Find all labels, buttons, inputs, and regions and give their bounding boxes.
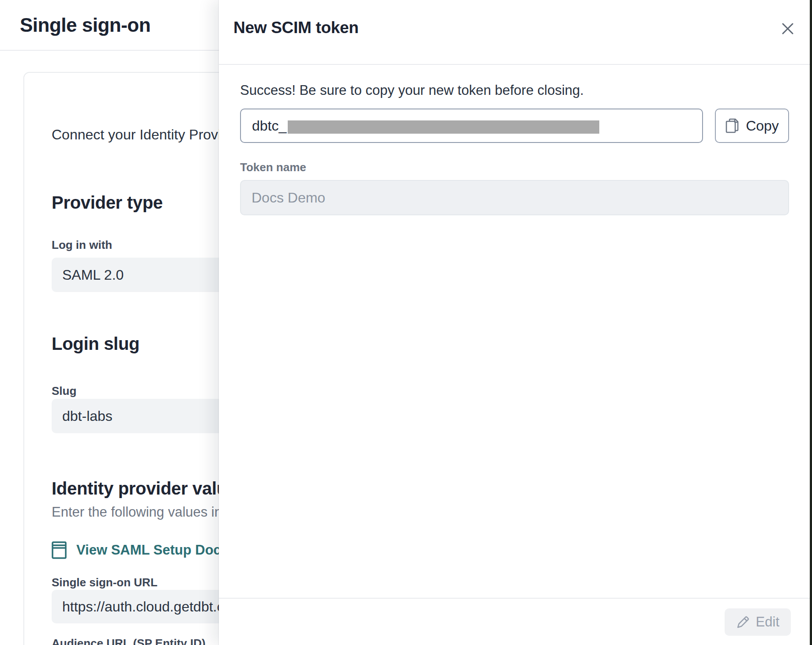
copy-icon xyxy=(725,118,739,134)
provider-type-heading: Provider type xyxy=(52,193,163,213)
page-header: Single sign-on xyxy=(0,0,219,51)
token-value-field[interactable]: dbtc_ xyxy=(240,109,703,143)
edit-button[interactable]: Edit xyxy=(725,608,791,636)
token-name-field[interactable]: Docs Demo xyxy=(240,180,789,215)
pencil-icon xyxy=(736,615,750,629)
audience-url-label: Audience URL (SP Entity ID) xyxy=(52,637,206,645)
token-name-label: Token name xyxy=(240,161,789,174)
success-message: Success! Be sure to copy your new token … xyxy=(240,82,789,98)
slug-label: Slug xyxy=(52,384,76,398)
sso-url-label: Single sign-on URL xyxy=(52,576,158,589)
edit-button-label: Edit xyxy=(756,614,779,630)
token-redaction-bar xyxy=(288,120,599,134)
docs-book-icon xyxy=(52,541,67,559)
modal-header: New SCIM token xyxy=(219,0,812,65)
new-scim-token-modal: New SCIM token Success! Be sure to copy … xyxy=(219,0,812,645)
copy-button-label: Copy xyxy=(746,118,779,134)
modal-body: Success! Be sure to copy your new token … xyxy=(219,65,812,215)
login-with-label: Log in with xyxy=(52,238,112,252)
token-row: dbtc_ Copy xyxy=(240,109,789,143)
login-slug-heading: Login slug xyxy=(52,334,139,354)
modal-footer: Edit xyxy=(219,598,812,645)
close-icon xyxy=(781,22,795,36)
token-prefix-text: dbtc_ xyxy=(252,118,286,134)
copy-button[interactable]: Copy xyxy=(715,109,789,143)
docs-link-label: View SAML Setup Docs xyxy=(76,542,229,558)
page-title: Single sign-on xyxy=(0,14,150,36)
view-saml-docs-link[interactable]: View SAML Setup Docs xyxy=(52,541,229,559)
close-button[interactable] xyxy=(779,20,796,37)
idp-values-heading: Identity provider values xyxy=(52,479,247,499)
app-window: Single sign-on Connect your Identity Pro… xyxy=(0,0,812,645)
idp-subtitle: Enter the following values in you xyxy=(52,504,248,520)
modal-title: New SCIM token xyxy=(233,19,359,37)
screen-right-edge xyxy=(810,0,812,645)
